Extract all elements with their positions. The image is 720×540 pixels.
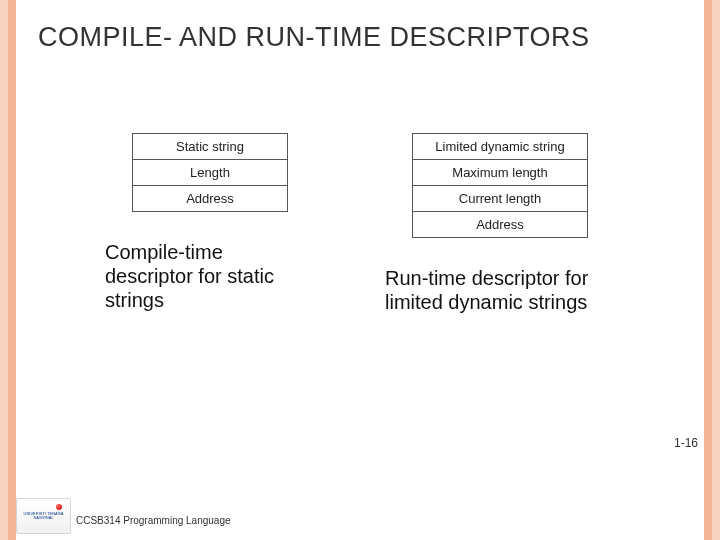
decor-stripe-right-outer (712, 0, 720, 540)
logo-dot-icon (56, 504, 62, 510)
university-logo: UNIVERSITI TENAGA NASIONAL (16, 498, 71, 534)
slide-number: 1-16 (674, 436, 698, 450)
right-column: Limited dynamic string Maximum length Cu… (385, 133, 615, 314)
content-row: Static string Length Address Compile-tim… (16, 133, 704, 314)
left-descriptor-table: Static string Length Address (132, 133, 288, 212)
table-cell: Maximum length (413, 160, 588, 186)
left-column: Static string Length Address Compile-tim… (105, 133, 315, 314)
right-caption: Run-time descriptor for limited dynamic … (385, 266, 615, 314)
table-cell: Limited dynamic string (413, 134, 588, 160)
decor-stripe-right-inner (704, 0, 712, 540)
decor-stripe-left-inner (8, 0, 16, 540)
footer-course-code: CCSB314 Programming Language (76, 515, 231, 526)
table-cell: Static string (133, 134, 288, 160)
right-descriptor-table: Limited dynamic string Maximum length Cu… (412, 133, 588, 238)
slide-body: COMPILE- AND RUN-TIME DESCRIPTORS Static… (16, 0, 704, 540)
logo-text: UNIVERSITI TENAGA NASIONAL (17, 512, 70, 520)
decor-stripe-left-outer (0, 0, 8, 540)
table-cell: Address (133, 186, 288, 212)
left-caption: Compile-time descriptor for static strin… (105, 240, 315, 312)
table-cell: Current length (413, 186, 588, 212)
table-cell: Length (133, 160, 288, 186)
slide-title: COMPILE- AND RUN-TIME DESCRIPTORS (16, 0, 704, 53)
table-cell: Address (413, 212, 588, 238)
